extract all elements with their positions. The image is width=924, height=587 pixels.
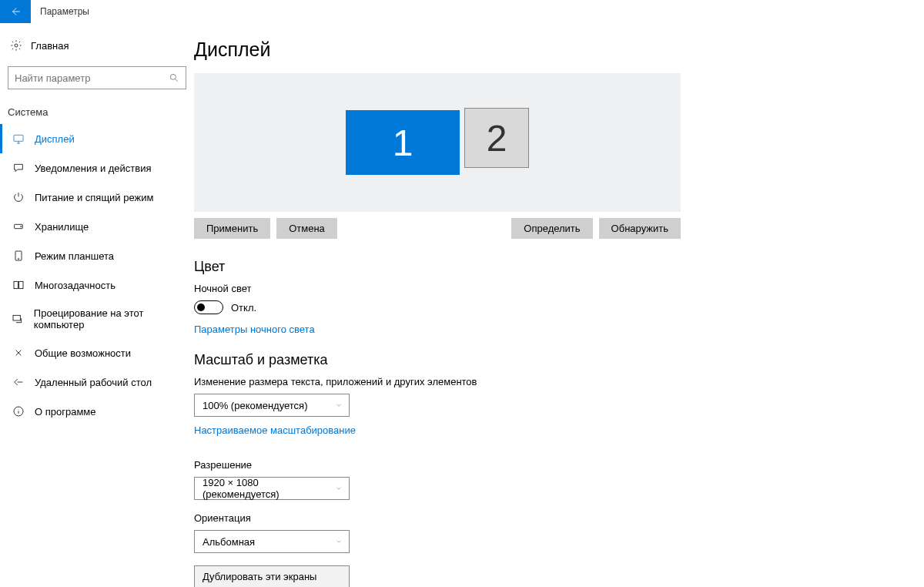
sidebar-item-label: Питание и спящий режим [35,192,153,203]
sidebar-item-multitasking[interactable]: Многозадачность [0,270,194,300]
page-title: Дисплей [194,39,902,61]
sidebar-home-label: Главная [31,40,69,52]
svg-rect-7 [14,281,18,288]
monitor-1[interactable]: 1 [346,110,460,175]
sidebar-item-power[interactable]: Питание и спящий режим [0,183,194,212]
scale-heading: Масштаб и разметка [194,352,902,368]
chevron-down-icon [335,485,343,492]
custom-scaling-link[interactable]: Настраиваемое масштабирование [194,424,356,436]
sidebar-section-label: Система [0,99,194,124]
drive-icon [12,220,25,233]
monitor-2[interactable]: 2 [464,108,529,168]
project-icon [12,312,25,326]
night-light-label: Ночной свет [194,283,902,294]
display-arrange-area[interactable]: 1 2 [194,73,681,212]
sidebar-item-notifications[interactable]: Уведомления и действия [0,153,194,183]
svg-point-6 [18,258,18,259]
svg-rect-9 [13,315,20,320]
svg-rect-2 [14,135,23,141]
chat-icon [12,161,25,175]
sidebar-item-label: Уведомления и действия [35,163,152,174]
sidebar-item-projecting[interactable]: Проецирование на этот компьютер [0,300,194,338]
resolution-select-value: 1920 × 1080 (рекомендуется) [203,477,335,500]
sidebar-item-label: Режим планшета [35,250,114,262]
scale-select[interactable]: 100% (рекомендуется) [194,394,350,417]
search-input[interactable] [8,66,186,89]
arrow-left-icon [10,6,21,17]
share-icon [12,346,25,360]
sidebar-item-about[interactable]: О программе [0,397,194,426]
sidebar-item-display[interactable]: Дисплей [0,124,194,153]
color-heading: Цвет [194,259,902,275]
sidebar-item-remote[interactable]: Удаленный рабочий стол [0,367,194,397]
window-title: Параметры [31,0,89,23]
tablet-icon [12,249,25,263]
search-field[interactable] [15,72,169,84]
power-icon [12,190,25,204]
scale-select-value: 100% (рекомендуется) [203,400,307,411]
night-light-state: Откл. [231,302,256,314]
night-light-settings-link[interactable]: Параметры ночного света [194,324,315,335]
topbar: Параметры [0,0,924,23]
sidebar-item-label: О программе [35,406,96,418]
sidebar: Главная Система Дисплей Уведомления и де… [0,23,194,587]
sidebar-item-shared[interactable]: Общие возможности [0,338,194,367]
cancel-button[interactable]: Отмена [276,218,337,239]
svg-point-0 [15,44,18,47]
orientation-select-value: Альбомная [203,536,255,548]
sidebar-item-label: Хранилище [35,221,89,233]
search-icon [169,72,179,83]
sidebar-item-label: Проецирование на этот компьютер [34,307,186,330]
orientation-label: Ориентация [194,512,902,524]
sidebar-item-label: Многозадачность [35,280,116,291]
svg-point-1 [170,74,176,79]
night-light-toggle[interactable] [194,300,223,314]
svg-rect-8 [19,281,23,288]
sidebar-item-label: Удаленный рабочий стол [35,377,152,388]
monitor-icon [12,132,25,146]
gear-icon [9,39,23,52]
orientation-select[interactable]: Альбомная [194,530,350,553]
main-content: Дисплей 1 2 Применить Отмена Определить … [194,23,924,587]
sidebar-item-label: Дисплей [35,133,75,145]
resolution-label: Разрешение [194,459,902,471]
multi-display-dropdown[interactable]: Дублировать эти экраны Расширить эти экр… [194,565,350,587]
svg-point-4 [21,226,22,226]
sidebar-item-label: Общие возможности [35,347,131,359]
resolution-select[interactable]: 1920 × 1080 (рекомендуется) [194,477,350,500]
remote-icon [12,375,25,389]
scale-label: Изменение размера текста, приложений и д… [194,376,902,387]
chevron-down-icon [335,538,343,545]
sidebar-item-storage[interactable]: Хранилище [0,212,194,241]
multitask-icon [12,278,25,292]
apply-button[interactable]: Применить [194,218,270,239]
sidebar-item-tablet[interactable]: Режим планшета [0,241,194,270]
sidebar-home[interactable]: Главная [0,34,194,57]
multi-option-duplicate[interactable]: Дублировать эти экраны [195,566,349,587]
display-buttons-row: Применить Отмена Определить Обнаружить [194,218,681,239]
info-icon [12,404,25,418]
detect-button[interactable]: Обнаружить [599,218,681,239]
back-button[interactable] [0,0,31,23]
chevron-down-icon [335,401,343,409]
identify-button[interactable]: Определить [511,218,592,239]
